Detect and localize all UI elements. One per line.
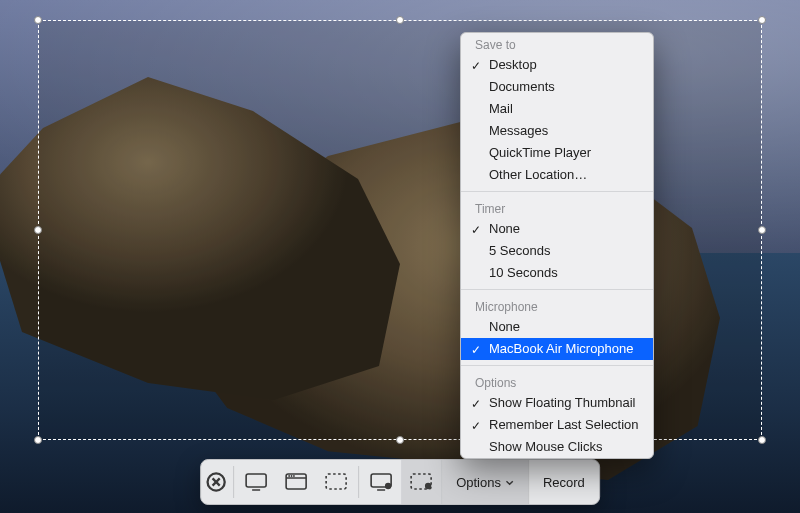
resize-handle[interactable] bbox=[758, 16, 766, 24]
menu-item-label: QuickTime Player bbox=[489, 145, 591, 160]
menu-item-label: None bbox=[489, 319, 520, 334]
chevron-down-icon bbox=[505, 475, 514, 490]
menu-item-label: Show Floating Thumbnail bbox=[489, 395, 635, 410]
menu-item[interactable]: ✓None bbox=[461, 218, 653, 240]
check-icon: ✓ bbox=[471, 341, 481, 359]
menu-section-title: Microphone bbox=[461, 295, 653, 316]
record-button[interactable]: Record bbox=[528, 460, 599, 504]
svg-rect-10 bbox=[326, 474, 346, 489]
menu-item[interactable]: Mail bbox=[461, 98, 653, 120]
menu-item[interactable]: QuickTime Player bbox=[461, 142, 653, 164]
separator bbox=[358, 466, 359, 498]
menu-item-label: Remember Last Selection bbox=[489, 417, 639, 432]
resize-handle[interactable] bbox=[396, 436, 404, 444]
menu-item-label: Messages bbox=[489, 123, 548, 138]
check-icon: ✓ bbox=[471, 395, 481, 413]
menu-item[interactable]: ✓MacBook Air Microphone bbox=[461, 338, 653, 360]
menu-item-label: Show Mouse Clicks bbox=[489, 439, 602, 454]
record-entire-screen-button[interactable] bbox=[361, 460, 401, 504]
menu-item[interactable]: Other Location… bbox=[461, 164, 653, 186]
capture-selected-portion-button[interactable] bbox=[316, 460, 356, 504]
menu-divider bbox=[461, 365, 653, 366]
menu-item[interactable]: Show Mouse Clicks bbox=[461, 436, 653, 458]
menu-item-label: Documents bbox=[489, 79, 555, 94]
resize-handle[interactable] bbox=[758, 226, 766, 234]
menu-item[interactable]: ✓Remember Last Selection bbox=[461, 414, 653, 436]
resize-handle[interactable] bbox=[34, 226, 42, 234]
check-icon: ✓ bbox=[471, 221, 481, 239]
resize-handle[interactable] bbox=[758, 436, 766, 444]
svg-point-8 bbox=[291, 475, 293, 477]
capture-selected-window-button[interactable] bbox=[276, 460, 316, 504]
resize-handle[interactable] bbox=[34, 436, 42, 444]
separator bbox=[233, 466, 234, 498]
menu-item-label: 10 Seconds bbox=[489, 265, 558, 280]
record-label: Record bbox=[543, 475, 585, 490]
menu-item[interactable]: Documents bbox=[461, 76, 653, 98]
menu-item-label: None bbox=[489, 221, 520, 236]
check-icon: ✓ bbox=[471, 417, 481, 435]
menu-section-title: Timer bbox=[461, 197, 653, 218]
svg-rect-3 bbox=[246, 474, 266, 487]
svg-point-9 bbox=[293, 475, 295, 477]
menu-item-label: MacBook Air Microphone bbox=[489, 341, 634, 356]
menu-item-label: Mail bbox=[489, 101, 513, 116]
menu-item[interactable]: 5 Seconds bbox=[461, 240, 653, 262]
svg-point-15 bbox=[425, 483, 431, 489]
screenshot-toolbar: Options Record bbox=[200, 459, 600, 505]
menu-divider bbox=[461, 289, 653, 290]
resize-handle[interactable] bbox=[396, 16, 404, 24]
menu-item[interactable]: ✓Desktop bbox=[461, 54, 653, 76]
menu-divider bbox=[461, 191, 653, 192]
menu-section-title: Save to bbox=[461, 33, 653, 54]
options-label: Options bbox=[456, 475, 501, 490]
menu-item[interactable]: Messages bbox=[461, 120, 653, 142]
menu-section-title: Options bbox=[461, 371, 653, 392]
svg-point-13 bbox=[385, 483, 391, 489]
menu-item-label: Other Location… bbox=[489, 167, 587, 182]
options-dropdown[interactable]: Options bbox=[441, 460, 528, 504]
record-selected-portion-button[interactable] bbox=[401, 460, 441, 504]
close-button[interactable] bbox=[201, 460, 231, 504]
check-icon: ✓ bbox=[471, 57, 481, 75]
resize-handle[interactable] bbox=[34, 16, 42, 24]
menu-item-label: 5 Seconds bbox=[489, 243, 550, 258]
options-menu: Save to✓DesktopDocumentsMailMessagesQuic… bbox=[460, 32, 654, 459]
menu-item[interactable]: None bbox=[461, 316, 653, 338]
menu-item[interactable]: 10 Seconds bbox=[461, 262, 653, 284]
capture-entire-screen-button[interactable] bbox=[236, 460, 276, 504]
menu-item[interactable]: ✓Show Floating Thumbnail bbox=[461, 392, 653, 414]
svg-point-7 bbox=[288, 475, 290, 477]
menu-item-label: Desktop bbox=[489, 57, 537, 72]
